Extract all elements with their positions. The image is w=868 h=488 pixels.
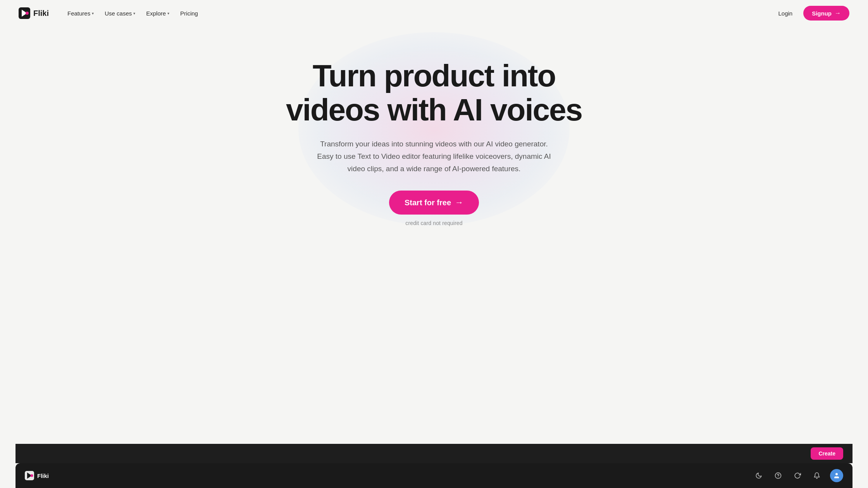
credit-note: credit card not required (286, 220, 582, 226)
hero-subtitle: Transform your ideas into stunning video… (314, 138, 554, 175)
nav-explore[interactable]: Explore ▾ (141, 7, 174, 20)
navbar: Fliki Features ▾ Use cases ▾ Explore ▾ P… (0, 0, 868, 26)
nav-links: Features ▾ Use cases ▾ Explore ▾ Pricing (63, 7, 203, 20)
help-icon[interactable] (772, 469, 784, 482)
bottom-bar-left: Fliki (25, 471, 49, 480)
user-avatar[interactable] (830, 469, 843, 482)
hero-title: Turn product into videos with AI voices (286, 59, 582, 127)
bottom-create-button[interactable]: Create (811, 447, 843, 460)
chevron-down-icon: ▾ (167, 11, 169, 15)
bottom-logo-text: Fliki (37, 473, 49, 479)
bottom-bar: Fliki (16, 463, 852, 488)
bell-icon[interactable] (811, 469, 823, 482)
nav-features[interactable]: Features ▾ (63, 7, 98, 20)
navbar-left: Fliki Features ▾ Use cases ▾ Explore ▾ P… (19, 7, 203, 20)
svg-point-5 (31, 474, 33, 477)
refresh-icon[interactable] (791, 469, 804, 482)
hero-content: Turn product into videos with AI voices … (286, 59, 582, 227)
navbar-right: Login Signup → (773, 6, 849, 21)
chevron-down-icon: ▾ (92, 11, 94, 15)
hero-section: Turn product into videos with AI voices … (0, 26, 868, 251)
arrow-icon: → (455, 198, 463, 208)
logo-text: Fliki (33, 9, 49, 18)
svg-point-8 (835, 473, 838, 475)
nav-pricing[interactable]: Pricing (176, 7, 203, 20)
arrow-icon: → (835, 10, 841, 17)
svg-point-2 (26, 12, 29, 15)
bottom-content-area: Create (16, 444, 852, 463)
nav-use-cases[interactable]: Use cases ▾ (100, 7, 140, 20)
signup-button[interactable]: Signup → (803, 6, 849, 21)
login-button[interactable]: Login (773, 7, 797, 20)
logo[interactable]: Fliki (19, 7, 49, 19)
moon-icon[interactable] (753, 469, 765, 482)
bottom-bar-right (753, 469, 843, 482)
chevron-down-icon: ▾ (133, 11, 135, 15)
start-for-free-button[interactable]: Start for free → (389, 191, 479, 215)
fliki-bottom-logo-icon (25, 471, 34, 480)
fliki-logo-icon (19, 7, 30, 19)
